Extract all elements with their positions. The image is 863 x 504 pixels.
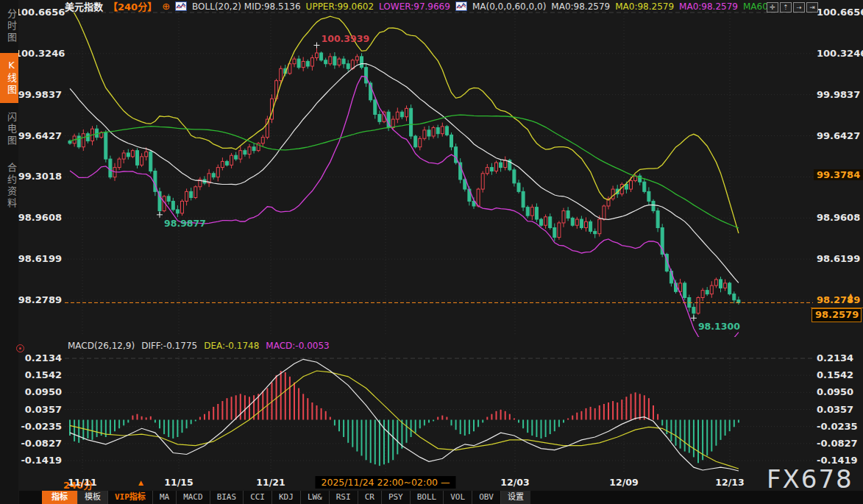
toolbar-tab-CCI[interactable]: CCI	[243, 491, 271, 504]
date-tick: 11/21	[256, 477, 285, 488]
macd-dea: DEA:-0.1748	[204, 341, 259, 351]
axis-label: -0.0235	[817, 421, 858, 432]
date-tick: 11/15	[164, 477, 193, 488]
settlement-price-badge: 99.3784	[814, 169, 863, 180]
axis-label: 100.6656	[817, 7, 863, 18]
toolbar-tab-KDJ[interactable]: KDJ	[271, 491, 300, 504]
toolbar-tab-OBV[interactable]: OBV	[472, 491, 500, 504]
axis-label: 99.9837	[817, 89, 860, 100]
date-tick: 12/09	[609, 477, 638, 488]
toolbar-tab-VIP指标[interactable]: VIP指标	[107, 491, 152, 504]
app-window: 98.9877100.393998.1300 美元指数 【240分】 ⊕ BOL…	[0, 0, 863, 504]
axis-label: 0.0950	[817, 386, 853, 397]
toolbar-tab-BOLL[interactable]: BOLL	[410, 491, 444, 504]
zoom-horizontal-icon[interactable]: ⇢	[793, 2, 805, 13]
ma-indicator-icon[interactable]	[455, 1, 467, 11]
date-tick: 12/13	[715, 477, 744, 488]
crosshair-circle-icon[interactable]: ⊕	[162, 1, 170, 12]
shift-right-icon[interactable]: ⇥	[806, 2, 818, 13]
toolbar-tab-BIAS[interactable]: BIAS	[210, 491, 244, 504]
sidebar: 分时图K线图闪电图合约资料	[0, 0, 18, 504]
toolbar-tab-LW&[interactable]: LW&	[300, 491, 329, 504]
axis-label: 99.3018	[15, 171, 62, 182]
toolbar-tab-RSI[interactable]: RSI	[329, 491, 358, 504]
axis-label: 98.9608	[817, 212, 860, 223]
current-price-box: 98.2579	[811, 308, 862, 322]
axis-label: -0.0827	[15, 438, 62, 449]
high-annotation: 100.3939	[322, 33, 370, 44]
indicator-locate-icon[interactable]	[16, 344, 24, 352]
axis-label: 98.6199	[15, 253, 62, 264]
axis-label: 0.2134	[15, 352, 62, 363]
axis-label: 99.6427	[817, 130, 860, 141]
toolbar-tab-模板[interactable]: 模板	[77, 491, 107, 504]
ma0-magenta-legend: MA0:98.2579	[679, 1, 738, 12]
axis-label: 0.1542	[817, 369, 853, 380]
axis-label: -0.0827	[817, 438, 858, 449]
toolbar-tab-MA[interactable]: MA	[152, 491, 176, 504]
axis-label: 0.2134	[817, 352, 853, 363]
toolbar-tab-MACD[interactable]: MACD	[176, 491, 210, 504]
axis-label: 99.6427	[15, 130, 62, 141]
low-annotation: 98.1300	[698, 321, 740, 332]
toolbar-tab-VOL[interactable]: VOL	[443, 491, 472, 504]
instrument-title: 美元指数	[65, 0, 103, 13]
ma-group-legend: MA(0,0,0,60,0,0)	[472, 1, 546, 12]
price-alert-icon: ▲▲	[848, 294, 853, 302]
sidebar-tab-1[interactable]: K线图	[0, 53, 18, 103]
boll-upper-legend: UPPER:99.0602	[306, 1, 374, 12]
macd-value: MACD:-0.0053	[266, 341, 329, 351]
axis-label: 100.3246	[817, 48, 863, 59]
toolbar-tab-指标[interactable]: 指标	[42, 491, 77, 504]
axis-label: 0.0357	[817, 404, 853, 415]
low-annotation: 98.9877	[164, 218, 206, 229]
chart-canvas[interactable]: 98.9877100.393998.1300	[0, 0, 863, 504]
sidebar-tab-3[interactable]: 合约资料	[0, 156, 18, 216]
selected-candle-time: 2025/11/24 22:00~02:00 —	[315, 476, 455, 489]
toolbar-tab-PSY[interactable]: PSY	[381, 491, 410, 504]
boll-lower-legend: LOWER:97.9669	[379, 1, 450, 12]
ma0-white-legend: MA0:98.2579	[551, 1, 610, 12]
date-tick: 12/03	[500, 477, 529, 488]
macd-legend: MACD(26,12,9) DIFF:-0.1775 DEA:-0.1748 M…	[68, 341, 330, 351]
header-legend: 美元指数 【240分】 ⊕ BOLL(20,2) MID:98.5136 UPP…	[65, 0, 776, 13]
window-control-icons: ✛⇡⇢⇥	[767, 2, 818, 13]
sidebar-tab-2[interactable]: 闪电图	[0, 105, 18, 154]
axis-label: 100.3246	[15, 48, 62, 59]
watermark: FX678	[767, 464, 853, 494]
axis-label: 100.6656	[15, 7, 62, 18]
indicator-toolbar: 指标模板VIP指标MAMACDBIASCCIKDJLW&RSICRPSYBOLL…	[19, 491, 863, 504]
date-tick: 11/11	[68, 477, 96, 488]
toolbar-tab-设置[interactable]: 设置	[500, 491, 530, 504]
axis-label: 99.9837	[15, 89, 62, 100]
axis-label: 98.6199	[817, 253, 860, 264]
axis-label: 98.9608	[15, 212, 62, 223]
macd-name: MACD(26,12,9)	[68, 341, 135, 351]
time-axis: 240分 ▲ 2025/11/24 22:00~02:00 — 11/1111/…	[19, 475, 863, 490]
price-level-label: 98.2789	[817, 294, 860, 305]
boll-indicator-icon[interactable]	[175, 1, 187, 11]
axis-label: 0.0950	[15, 386, 62, 397]
axis-label: -0.1419	[15, 455, 62, 466]
ma0-yellow-legend: MA0:98.2579	[615, 1, 674, 12]
pan-icon[interactable]: ✛	[767, 2, 778, 13]
axis-label: 0.0357	[15, 404, 62, 415]
period-label: 【240分】	[108, 0, 157, 13]
axis-label: -0.0235	[15, 421, 62, 432]
toolbar-tab-CR[interactable]: CR	[358, 491, 381, 504]
axis-label: 0.1542	[15, 369, 62, 380]
axis-label: 98.2789	[15, 294, 62, 305]
sidebar-tab-0[interactable]: 分时图	[0, 2, 18, 51]
macd-diff: DIFF:-0.1775	[141, 341, 197, 351]
timeframe-arrow-icon[interactable]: ▲	[138, 479, 143, 486]
boll-mid-legend: BOLL(20,2) MID:98.5136	[192, 1, 301, 12]
zoom-vertical-icon[interactable]: ⇡	[780, 2, 792, 13]
